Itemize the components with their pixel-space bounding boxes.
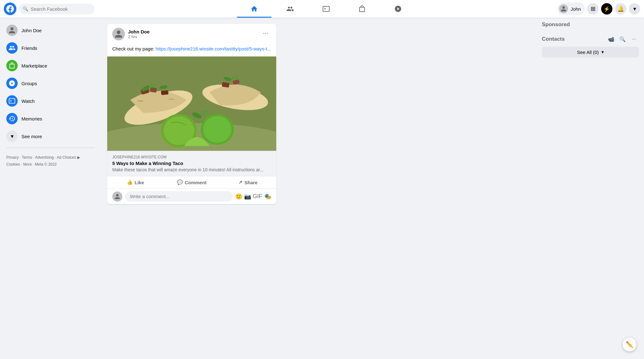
post-user-info: John Doe 2 hrs: [112, 28, 149, 40]
footer-terms[interactable]: Terms: [22, 155, 32, 160]
like-icon: 👍: [127, 180, 133, 185]
profile-avatar-icon: [8, 26, 16, 34]
topnav-right: John ⊞ ⚡ 🔔 ▾: [557, 3, 640, 15]
footer-adchoices[interactable]: Ad Choices ▶: [57, 155, 80, 160]
notifications-button[interactable]: 🔔: [615, 3, 626, 15]
friends-icon: [286, 5, 294, 13]
chevron-down-icon: ▾: [601, 49, 604, 55]
search-bar[interactable]: 🔍: [19, 4, 95, 14]
new-video-call-button[interactable]: 📹: [606, 34, 616, 44]
post-card: John Doe 2 hrs ··· Check out my page: ht…: [107, 24, 276, 204]
sidebar: John Doe Friends Marketplace: [0, 18, 101, 359]
post-author-details: John Doe 2 hrs: [128, 29, 149, 39]
camera-icon[interactable]: 📷: [244, 193, 251, 200]
nav-tab-watch[interactable]: [309, 1, 343, 16]
topnav-left: 🔍: [4, 3, 95, 15]
groups-sidebar-icon: [6, 78, 18, 89]
contacts-actions: 📹 🔍 ···: [606, 34, 639, 44]
main-layout: John Doe Friends Marketplace: [0, 0, 644, 359]
groups-icon-svg: [9, 80, 15, 87]
watch-sidebar-icon: [6, 95, 18, 107]
facebook-logo[interactable]: [4, 3, 16, 15]
chevron-down-icon: ▾: [11, 133, 14, 140]
user-profile-pill[interactable]: John: [557, 3, 585, 15]
sidebar-item-see-more[interactable]: ▾ See more: [3, 127, 98, 145]
profile-avatar: [6, 25, 18, 36]
grid-menu-button[interactable]: ⊞: [587, 3, 599, 15]
see-all-label: See All (0): [577, 50, 599, 55]
memories-sidebar-icon: [6, 113, 18, 124]
post-image[interactable]: [107, 56, 276, 151]
sidebar-see-more-label: See more: [21, 134, 42, 139]
groups-icon: [394, 5, 402, 13]
top-navigation: 🔍: [0, 0, 644, 18]
share-label: Share: [244, 180, 258, 185]
sidebar-item-groups[interactable]: Groups: [3, 74, 98, 92]
like-label: Like: [135, 180, 144, 185]
sidebar-item-profile[interactable]: John Doe: [3, 21, 98, 39]
commenter-avatar-icon: [114, 193, 120, 200]
right-panel: Sponsored Contacts 📹 🔍 ··· See All (0) ▾: [537, 18, 644, 359]
marketplace-icon-svg: [9, 62, 15, 69]
post-author-avatar[interactable]: [112, 28, 125, 40]
feed-area: John Doe 2 hrs ··· Check out my page: ht…: [101, 18, 283, 359]
home-icon: [250, 5, 258, 13]
edit-icon: ✏️: [626, 341, 634, 348]
search-input[interactable]: [31, 6, 91, 12]
gif-icon[interactable]: GIF: [253, 193, 262, 200]
footer-privacy[interactable]: Privacy: [6, 155, 19, 160]
footer-advertising[interactable]: Advertising: [35, 155, 54, 160]
post-options-menu[interactable]: ···: [260, 28, 271, 38]
sidebar-memories-label: Memories: [21, 116, 42, 121]
see-all-contacts-button[interactable]: See All (0) ▾: [542, 47, 639, 57]
user-avatar: [559, 4, 568, 13]
search-icon: 🔍: [23, 6, 28, 11]
post-link[interactable]: https://josephine216.wixsite.com/tasttty…: [156, 46, 271, 51]
search-contacts-button[interactable]: 🔍: [618, 34, 628, 44]
sticker-icon[interactable]: 🎭: [264, 193, 271, 200]
comment-label: Comment: [185, 180, 207, 185]
post-avatar-icon: [114, 30, 123, 38]
sidebar-profile-name: John Doe: [21, 28, 42, 33]
user-name-label: John: [571, 6, 581, 12]
nav-tab-marketplace[interactable]: [345, 1, 379, 16]
post-header: John Doe 2 hrs ···: [107, 24, 276, 44]
contacts-more-button[interactable]: ···: [629, 34, 639, 44]
post-comment-area: 🙂 📷 GIF 🎭: [107, 188, 276, 204]
sidebar-watch-label: Watch: [21, 98, 35, 104]
comment-button[interactable]: 💬 Comment: [164, 176, 220, 188]
emoji-icon[interactable]: 🙂: [235, 193, 242, 200]
post-text: Check out my page: https://josephine216.…: [107, 44, 276, 56]
topnav-center: [237, 1, 415, 16]
see-more-sidebar-icon: ▾: [6, 131, 18, 142]
nav-tab-friends[interactable]: [273, 1, 307, 16]
share-button[interactable]: ↗ Share: [220, 176, 276, 188]
footer-cookies[interactable]: Cookies: [6, 162, 20, 167]
sidebar-item-friends[interactable]: Friends: [3, 39, 98, 57]
post-time: 2 hrs: [128, 34, 149, 39]
commenter-avatar: [112, 191, 122, 202]
watch-icon-svg: [9, 97, 15, 104]
messenger-button[interactable]: ⚡: [601, 3, 612, 15]
like-button[interactable]: 👍 Like: [107, 176, 164, 188]
link-preview-title: 5 Ways to Make a Winning Taco: [112, 161, 271, 166]
nav-tab-groups[interactable]: [381, 1, 415, 16]
contacts-title: Contacts: [542, 36, 565, 42]
nav-tab-home[interactable]: [237, 1, 272, 16]
link-preview-desc: Make these tacos that will amaze everyon…: [112, 167, 271, 172]
account-menu-button[interactable]: ▾: [629, 3, 640, 15]
marketplace-sidebar-icon: [6, 60, 18, 71]
facebook-logo-icon: [6, 5, 14, 13]
compose-fab[interactable]: ✏️: [623, 338, 636, 351]
sidebar-item-memories[interactable]: Memories: [3, 110, 98, 127]
marketplace-icon: [358, 5, 366, 13]
sidebar-item-marketplace[interactable]: Marketplace: [3, 57, 98, 74]
user-avatar-icon: [560, 6, 567, 12]
sidebar-item-watch[interactable]: Watch: [3, 92, 98, 110]
post-author-name[interactable]: John Doe: [128, 29, 149, 34]
post-link-preview[interactable]: JOSEPHINE216.WIXSITE.COM 5 Ways to Make …: [107, 151, 276, 176]
comment-input[interactable]: [125, 191, 233, 202]
friends-icon-svg: [9, 44, 15, 51]
contacts-header: Contacts 📹 🔍 ···: [542, 34, 639, 44]
footer-more[interactable]: More: [23, 162, 32, 167]
